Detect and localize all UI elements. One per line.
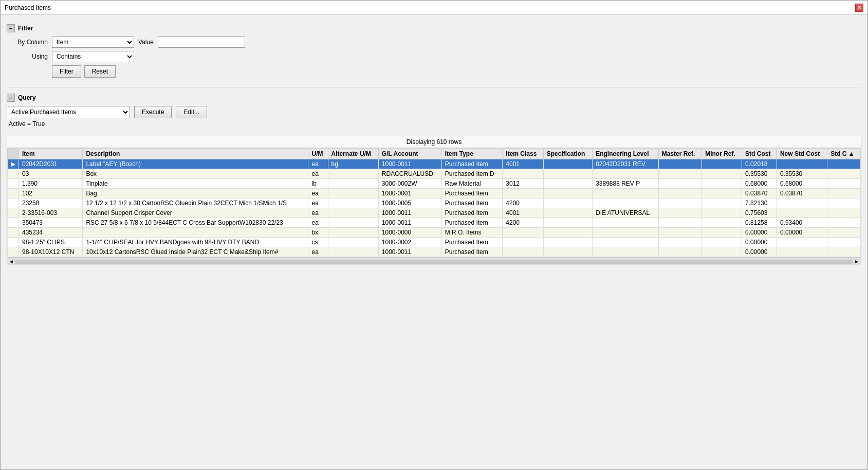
col-header-new-std-cost[interactable]: New Std Cost [777, 149, 827, 159]
cell-eng-level [593, 198, 659, 208]
row-indicator [8, 208, 19, 218]
using-label: Using [12, 53, 48, 60]
cell-item-type: Purchased Item [441, 208, 503, 218]
cell-item-class [503, 238, 543, 247]
query-select[interactable]: Active Purchased ItemsAll ItemsInactive … [7, 106, 130, 118]
row-indicator [8, 189, 19, 198]
cell-um: bx [308, 228, 328, 238]
table-row[interactable]: 98-10X10X12 CTN10x10x12 CartonsRSC Glued… [8, 247, 861, 257]
table-row[interactable]: 350473RSC 27 5/8 x 6 7/8 x 10 5/844ECT C… [8, 218, 861, 228]
cell-item: 350473 [19, 218, 83, 228]
col-header-item-type[interactable]: Item Type [441, 149, 503, 159]
cell-new-std-cost [777, 198, 827, 208]
cell-new-std-cost [777, 208, 827, 218]
cell-description: RSC 27 5/8 x 6 7/8 x 10 5/844ECT C Cross… [83, 218, 308, 228]
cell-item-type: Purchased Item [441, 238, 503, 247]
cell-specification [543, 238, 592, 247]
cell-um: ea [308, 169, 328, 179]
cell-item: 98-10X10X12 CTN [19, 247, 83, 257]
col-header-gl-account[interactable]: G/L Account [378, 149, 441, 159]
cell-description: 1-1/4" CLIP/SEAL for HVY BANDgoes with 9… [83, 238, 308, 247]
cell-minor-ref [702, 247, 742, 257]
main-window: Purchased Items ✕ − Filter By Column Ite… [0, 0, 868, 470]
value-input[interactable] [158, 37, 245, 48]
cell-master-ref [658, 247, 702, 257]
table-row[interactable]: 1.390Tinplatelb3000-0002WRaw Material301… [8, 179, 861, 189]
query-section-label: Query [18, 94, 36, 101]
cell-item-type: Purchased Item [441, 247, 503, 257]
cell-specification [543, 198, 592, 208]
cell-item: 1.390 [19, 179, 83, 189]
execute-button[interactable]: Execute [134, 106, 172, 118]
cell-um: cs [308, 238, 328, 247]
using-select[interactable]: ContainsStarts WithEqualsDoes Not Contai… [52, 51, 134, 62]
cell-item: 98-1.25" CLIPS [19, 238, 83, 247]
col-header-std-c[interactable]: Std C ▲ [827, 149, 861, 159]
data-grid[interactable]: Displaying 610 rows Item Description U/M… [7, 136, 861, 258]
cell-um: ea [308, 189, 328, 198]
filter-using-row: Using ContainsStarts WithEqualsDoes Not … [7, 51, 861, 62]
close-button[interactable]: ✕ [855, 4, 863, 12]
col-header-alt-um[interactable]: Alternate U/M [328, 149, 378, 159]
cell-item-class: 4001 [503, 159, 543, 169]
filter-collapse-button[interactable]: − [7, 24, 15, 32]
query-collapse-button[interactable]: − [7, 94, 15, 102]
cell-specification [543, 218, 592, 228]
table-row[interactable]: 2325812 1/2 x 12 1/2 x 30 CartonRSC Glue… [8, 198, 861, 208]
col-header-std-cost[interactable]: Std Cost [742, 149, 777, 159]
cell-new-std-cost [777, 238, 827, 247]
cell-um: ea [308, 208, 328, 218]
column-select[interactable]: ItemDescriptionU/MAlternate U/MG/L Accou… [52, 37, 134, 48]
col-header-minor-ref[interactable]: Minor Ref. [702, 149, 742, 159]
table-row[interactable]: 98-1.25" CLIPS1-1/4" CLIP/SEAL for HVY B… [8, 238, 861, 247]
cell-gl-account: 1000-0005 [378, 198, 441, 208]
by-column-label: By Column [12, 39, 48, 46]
filter-section-header[interactable]: − Filter [7, 24, 861, 32]
table-row[interactable]: ▶02042D2031Label "AEY"(Bosch)eabg1000-00… [8, 159, 861, 169]
cell-description: Tinplate [83, 179, 308, 189]
table-row[interactable]: 2-33516-003Channel Support Crisper Cover… [8, 208, 861, 218]
cell-description: Label "AEY"(Bosch) [83, 159, 308, 169]
cell-minor-ref [702, 189, 742, 198]
title-bar: Purchased Items ✕ [1, 1, 867, 15]
cell-std-cost: 7.82130 [742, 198, 777, 208]
col-header-engineering-level[interactable]: Engineering Level [593, 149, 659, 159]
filter-button[interactable]: Filter [52, 65, 81, 78]
col-header-master-ref[interactable]: Master Ref. [658, 149, 702, 159]
table-row[interactable]: 102Bagea1000-0001Purchased Item0.038700.… [8, 189, 861, 198]
col-header-um[interactable]: U/M [308, 149, 328, 159]
filter-section: − Filter By Column ItemDescriptionU/MAlt… [7, 20, 861, 82]
col-header-item[interactable]: Item [19, 149, 83, 159]
cell-specification [543, 208, 592, 218]
col-header-specification[interactable]: Specification [543, 149, 592, 159]
cell-um: ea [308, 198, 328, 208]
cell-alt-um [328, 198, 378, 208]
cell-std-c [827, 208, 861, 218]
col-header-item-class[interactable]: Item Class [503, 149, 543, 159]
edit-button[interactable]: Edit... [176, 106, 207, 118]
filter-button-row: Filter Reset [7, 65, 861, 78]
cell-gl-account: 1000-0011 [378, 218, 441, 228]
query-section-header[interactable]: − Query [7, 94, 861, 102]
cell-specification [543, 169, 592, 179]
row-indicator [8, 238, 19, 247]
cell-eng-level [593, 238, 659, 247]
table-row[interactable]: 03BoxeaRDACCRUALUSDPurchased Item D0.355… [8, 169, 861, 179]
cell-item-class [503, 247, 543, 257]
cell-item-class: 4001 [503, 208, 543, 218]
table-header: Item Description U/M Alternate U/M G/L A… [8, 149, 861, 159]
row-indicator [8, 247, 19, 257]
cell-um: lb [308, 179, 328, 189]
table-row[interactable]: 435234bx1000-0000M.R.O. Items0.000000.00… [8, 228, 861, 238]
content-area: − Filter By Column ItemDescriptionU/MAlt… [1, 15, 867, 270]
cell-gl-account: 1000-0011 [378, 247, 441, 257]
cell-item-type: Purchased Item [441, 189, 503, 198]
horizontal-scrollbar[interactable]: ◄ ► [7, 258, 861, 265]
cell-eng-level [593, 169, 659, 179]
cell-std-c [827, 247, 861, 257]
cell-description: Bag [83, 189, 308, 198]
reset-button[interactable]: Reset [84, 65, 116, 78]
cell-alt-um: bg [328, 159, 378, 169]
col-header-description[interactable]: Description [83, 149, 308, 159]
cell-master-ref [658, 218, 702, 228]
